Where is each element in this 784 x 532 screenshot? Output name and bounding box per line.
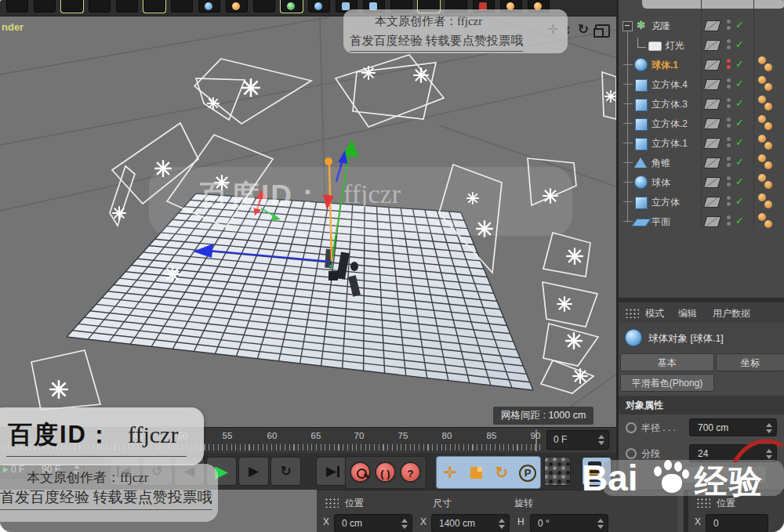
toolbar-icon[interactable] — [143, 0, 165, 13]
enabled-check-icon[interactable]: ✓ — [735, 195, 744, 207]
goto-end-button[interactable]: ▶ — [316, 457, 347, 486]
material-tag-icon[interactable] — [758, 174, 766, 182]
record-keyframe-button[interactable] — [350, 461, 371, 483]
play-mode-button[interactable]: ↻ — [270, 457, 301, 486]
material-tag-icon[interactable] — [764, 161, 772, 169]
rotation-h-field[interactable]: 0 ° — [530, 514, 608, 532]
layer-tag-icon[interactable] — [703, 20, 721, 31]
enabled-check-icon[interactable]: ✓ — [735, 19, 744, 31]
object-row-cube4[interactable]: 立方体.4 ✓ — [619, 74, 784, 94]
visibility-dots-icon[interactable] — [727, 20, 731, 31]
scale-tool-button[interactable] — [464, 461, 488, 484]
next-frame-button[interactable]: ▶ — [238, 457, 269, 486]
tab-phong[interactable]: 平滑着色(Phong) — [620, 374, 714, 392]
toolbar-icon[interactable] — [6, 0, 28, 13]
collapse-icon[interactable] — [622, 21, 633, 31]
object-row-plane[interactable]: 平面 ✓ — [619, 212, 784, 231]
size-x-field[interactable]: 1400 cm — [431, 514, 510, 532]
menu-edit[interactable]: 编辑 — [678, 307, 697, 320]
texture-tag-icon[interactable] — [703, 197, 721, 208]
visibility-dots-icon[interactable] — [727, 176, 731, 187]
object-row-sphere1[interactable]: 球体.1 ✓ — [619, 55, 784, 74]
texture-tag-icon[interactable] — [703, 99, 721, 110]
texture-tag-icon[interactable] — [703, 177, 721, 188]
toolbar-icon[interactable] — [308, 0, 330, 13]
material-tag-icon[interactable] — [758, 135, 766, 143]
menu-mode[interactable]: 模式 — [645, 307, 664, 320]
object-row-light[interactable]: 灯光 ✓ — [619, 35, 784, 55]
position-x-field[interactable]: 0 cm — [334, 514, 412, 532]
material-tag-icon[interactable] — [764, 122, 772, 130]
stepper-icon[interactable] — [401, 519, 408, 529]
enabled-check-icon[interactable]: ✓ — [735, 97, 744, 109]
material-tag-icon[interactable] — [758, 213, 766, 221]
material-tag-icon[interactable] — [758, 115, 766, 123]
rotate-tool-button[interactable]: ↻ — [490, 461, 514, 484]
texture-tag-icon[interactable] — [703, 79, 721, 90]
object-row-cube[interactable]: 立方体 ✓ — [619, 192, 784, 212]
object-row-cube3[interactable]: 立方体.3 ✓ — [619, 94, 784, 114]
material-tag-icon[interactable] — [758, 56, 766, 64]
toolbar-icon[interactable] — [61, 0, 83, 13]
material-tag-icon[interactable] — [764, 142, 772, 150]
visibility-dots-icon[interactable] — [727, 59, 731, 70]
enabled-check-icon[interactable]: ✓ — [735, 38, 744, 50]
stepper-icon[interactable] — [499, 519, 506, 529]
tab-coordinates[interactable]: 坐标 — [716, 353, 784, 371]
grip-icon[interactable] — [625, 308, 639, 318]
object-row-clone[interactable]: ✽ 克隆 ✓ — [619, 16, 784, 35]
position-x-field[interactable]: 0 — [706, 514, 768, 532]
texture-tag-icon[interactable] — [703, 118, 721, 129]
visibility-dots-icon[interactable] — [727, 215, 731, 226]
toolbar-icon[interactable] — [226, 0, 248, 13]
material-tag-icon[interactable] — [764, 220, 772, 228]
enabled-check-icon[interactable]: ✓ — [735, 58, 744, 70]
stepper-icon[interactable] — [598, 435, 605, 445]
texture-tag-icon[interactable] — [703, 216, 721, 227]
toolbar-icon[interactable] — [198, 0, 220, 13]
object-row-pyramid[interactable]: 角锥 ✓ — [619, 153, 784, 172]
material-tag-icon[interactable] — [758, 154, 766, 162]
enabled-check-icon[interactable]: ✓ — [735, 117, 744, 128]
enabled-check-icon[interactable]: ✓ — [735, 215, 744, 226]
material-tag-icon[interactable] — [764, 201, 772, 208]
current-frame-field[interactable]: 0 F — [546, 430, 609, 450]
move-tool-button[interactable]: ✛ — [438, 461, 462, 484]
texture-tag-icon[interactable] — [703, 157, 721, 168]
visibility-dots-icon[interactable] — [727, 196, 731, 207]
object-row-sphere[interactable]: 球体 ✓ — [619, 172, 784, 192]
material-tag-icon[interactable] — [764, 181, 772, 189]
material-tag-icon[interactable] — [758, 96, 766, 103]
material-tag-icon[interactable] — [758, 76, 766, 84]
material-tag-icon[interactable] — [758, 194, 766, 201]
object-row-cube1[interactable]: 立方体.1 ✓ — [619, 133, 784, 153]
texture-tag-icon[interactable] — [703, 138, 721, 149]
material-tag-icon[interactable] — [764, 83, 772, 91]
maximize-viewport-icon[interactable] — [595, 24, 610, 38]
section-object-properties[interactable]: 对象属性 — [619, 396, 784, 414]
visibility-dots-icon[interactable] — [727, 98, 731, 109]
autokey-button[interactable]: ( ) — [375, 461, 396, 483]
toolbar-icon[interactable] — [253, 0, 275, 13]
stepper-icon[interactable] — [597, 519, 604, 529]
scrollbar[interactable] — [642, 0, 784, 9]
toolbar-icon[interactable] — [171, 0, 193, 13]
playhead[interactable] — [535, 429, 537, 451]
toolbar-icon[interactable] — [89, 0, 111, 13]
enabled-check-icon[interactable]: ✓ — [735, 78, 744, 89]
enabled-check-icon[interactable]: ✓ — [735, 136, 744, 148]
toolbar-icon[interactable] — [116, 0, 138, 13]
help-button[interactable]: ? — [400, 461, 421, 483]
texture-tag-icon[interactable] — [703, 60, 721, 71]
material-tag-icon[interactable] — [764, 63, 772, 71]
viewport-menu-text[interactable]: nder — [2, 21, 24, 33]
visibility-dots-icon[interactable] — [727, 157, 731, 168]
toolbar-icon[interactable] — [281, 0, 303, 13]
snap-grid-button[interactable] — [544, 457, 571, 486]
object-row-cube2[interactable]: 立方体.2 ✓ — [619, 114, 784, 133]
visibility-dots-icon[interactable] — [727, 118, 731, 128]
tab-basic[interactable]: 基本 — [620, 353, 714, 371]
layer-tag-icon[interactable] — [703, 40, 721, 51]
coord-system-button[interactable]: P — [515, 461, 539, 484]
orbit-icon[interactable]: ↻ — [578, 21, 589, 38]
